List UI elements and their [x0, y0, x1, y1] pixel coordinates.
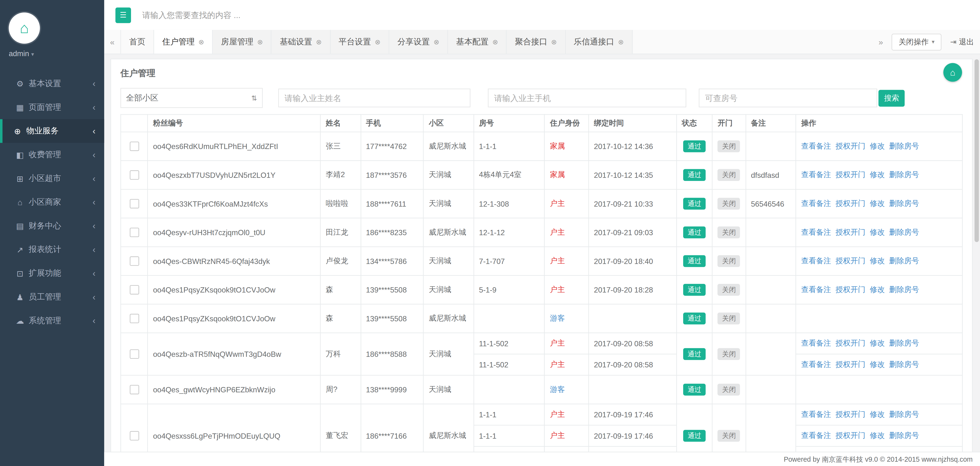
tab-8[interactable]: 乐信通接口⊗	[566, 30, 633, 54]
tab-2[interactable]: 房屋管理⊗	[213, 30, 272, 54]
action-link[interactable]: 修改	[870, 410, 885, 418]
tab-close-icon[interactable]: ⊗	[492, 38, 498, 46]
user-menu[interactable]: admin ▾	[9, 49, 104, 58]
action-link[interactable]: 授权开门	[835, 142, 865, 150]
status-badge: 通过	[683, 430, 706, 442]
chevron-left-icon: ‹	[92, 245, 95, 254]
row-checkbox[interactable]	[130, 228, 139, 237]
action-link[interactable]: 授权开门	[835, 285, 865, 294]
sidebar-item-system[interactable]: ☁系统管理‹	[0, 309, 104, 332]
checkbox-cell	[121, 132, 148, 161]
sidebar-item-billing[interactable]: ◧收费管理‹	[0, 143, 104, 167]
tab-3[interactable]: 基础设置⊗	[272, 30, 331, 54]
tabs-scroll-right-button[interactable]: »	[878, 37, 883, 46]
action-link[interactable]: 删除房号	[889, 142, 919, 150]
tab-close-icon[interactable]: ⊗	[551, 38, 557, 46]
tab-7[interactable]: 聚合接口⊗	[507, 30, 566, 54]
tab-close-icon[interactable]: ⊗	[199, 38, 204, 46]
action-link[interactable]: 授权开门	[835, 256, 865, 265]
home-button[interactable]: ⌂	[943, 63, 962, 82]
action-link[interactable]: 删除房号	[889, 285, 919, 294]
global-search-input[interactable]	[141, 10, 343, 20]
checkbox-cell	[121, 275, 148, 304]
sidebar-item-extensions[interactable]: ⊡扩展功能‹	[0, 261, 104, 285]
row-checkbox[interactable]	[130, 285, 139, 295]
close-operations-button[interactable]: 关闭操作 ▾	[892, 33, 941, 50]
sidebar-toggle-button[interactable]: ☰	[115, 7, 131, 23]
row-checkbox[interactable]	[130, 256, 139, 266]
sidebar-item-pages[interactable]: ▦页面管理‹	[0, 95, 104, 119]
row-checkbox[interactable]	[130, 170, 139, 180]
tabs-scroll-left-button[interactable]: «	[104, 30, 121, 54]
sidebar-item-chart[interactable]: ↗报表统计‹	[0, 238, 104, 262]
tab-5[interactable]: 分享设置⊗	[389, 30, 448, 54]
action-link[interactable]: 查看备注	[801, 410, 831, 418]
action-link[interactable]: 修改	[870, 431, 885, 440]
action-link[interactable]: 删除房号	[889, 170, 919, 179]
sidebar-item-finance[interactable]: ▤财务中心‹	[0, 214, 104, 238]
action-link[interactable]: 查看备注	[801, 431, 831, 440]
action-link[interactable]: 查看备注	[801, 256, 831, 265]
action-link[interactable]: 删除房号	[889, 431, 919, 440]
action-link[interactable]: 修改	[870, 199, 885, 208]
action-link[interactable]: 查看备注	[801, 285, 831, 294]
row-checkbox[interactable]	[130, 431, 139, 441]
tab-0[interactable]: 首页	[121, 30, 154, 54]
action-link[interactable]: 修改	[870, 285, 885, 294]
tab-close-icon[interactable]: ⊗	[316, 38, 322, 46]
action-link[interactable]: 修改	[870, 256, 885, 265]
action-link[interactable]: 授权开门	[835, 228, 865, 236]
action-link[interactable]: 查看备注	[801, 360, 831, 369]
action-link[interactable]: 删除房号	[889, 228, 919, 236]
action-link[interactable]: 删除房号	[889, 199, 919, 208]
row-checkbox[interactable]	[130, 349, 139, 359]
action-link[interactable]: 查看备注	[801, 339, 831, 347]
sidebar-item-staff[interactable]: ♟员工管理‹	[0, 285, 104, 309]
tab-1[interactable]: 住户管理⊗	[154, 30, 213, 54]
tab-close-icon[interactable]: ⊗	[257, 38, 263, 46]
owner-name-input[interactable]	[278, 89, 471, 107]
action-link[interactable]: 修改	[870, 360, 885, 369]
tab-close-icon[interactable]: ⊗	[375, 38, 380, 46]
action-link[interactable]: 查看备注	[801, 142, 831, 150]
logout-button[interactable]: ⇥ 退出	[950, 37, 974, 47]
action-link[interactable]: 查看备注	[801, 228, 831, 236]
action-link[interactable]: 授权开门	[835, 170, 865, 179]
community-select[interactable]: 全部小区 ⇅	[121, 88, 263, 108]
row-checkbox[interactable]	[130, 142, 139, 151]
vertical-scrollbar[interactable]	[974, 59, 979, 242]
actions-cell: 查看备注授权开门修改删除房号	[796, 275, 963, 304]
sidebar-item-globe[interactable]: ⊕物业服务‹	[0, 119, 104, 143]
row-checkbox[interactable]	[130, 199, 139, 208]
status-cell: 通过	[676, 275, 712, 304]
search-button[interactable]: 搜索	[878, 89, 905, 106]
action-link[interactable]: 授权开门	[835, 431, 865, 440]
sidebar-item-gear[interactable]: ⚙基本设置‹	[0, 72, 104, 95]
tab-close-icon[interactable]: ⊗	[434, 38, 439, 46]
action-link[interactable]: 修改	[870, 170, 885, 179]
door-cell: 关闭	[713, 161, 746, 189]
tab-close-icon[interactable]: ⊗	[618, 38, 624, 46]
action-link[interactable]: 修改	[870, 228, 885, 236]
tab-6[interactable]: 基本配置⊗	[448, 30, 507, 54]
row-checkbox[interactable]	[130, 314, 139, 323]
tab-4[interactable]: 平台设置⊗	[331, 30, 389, 54]
action-link[interactable]: 授权开门	[835, 410, 865, 418]
sidebar-item-cart[interactable]: ⊞小区超市‹	[0, 167, 104, 190]
action-link[interactable]: 授权开门	[835, 339, 865, 347]
logo[interactable]: ⌂	[9, 13, 40, 44]
owner-phone-input[interactable]	[488, 89, 686, 107]
action-link[interactable]: 查看备注	[801, 170, 831, 179]
room-number-input[interactable]	[699, 89, 877, 107]
sidebar-item-store[interactable]: ⌂小区商家‹	[0, 190, 104, 214]
action-link[interactable]: 删除房号	[889, 256, 919, 265]
action-link[interactable]: 授权开门	[835, 360, 865, 369]
action-link[interactable]: 授权开门	[835, 199, 865, 208]
action-link[interactable]: 修改	[870, 339, 885, 347]
action-link[interactable]: 删除房号	[889, 360, 919, 369]
action-link[interactable]: 查看备注	[801, 199, 831, 208]
row-checkbox[interactable]	[130, 385, 139, 394]
action-link[interactable]: 删除房号	[889, 410, 919, 418]
action-link[interactable]: 删除房号	[889, 339, 919, 347]
action-link[interactable]: 修改	[870, 142, 885, 150]
